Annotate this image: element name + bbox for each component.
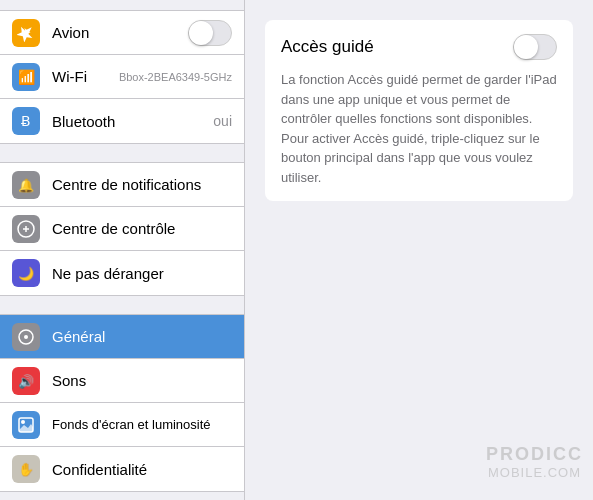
- avion-toggle-knob: [189, 21, 213, 45]
- svg-point-12: [21, 420, 25, 424]
- svg-point-9: [24, 335, 28, 339]
- wifi-label: Wi-Fi: [52, 68, 115, 85]
- sidebar-group-1: ✈ Avion 📶 Wi-Fi Bbox-2BEA6349-5GHz Ƀ: [0, 10, 244, 144]
- sons-label: Sons: [52, 372, 232, 389]
- sidebar-item-bluetooth[interactable]: Ƀ Bluetooth oui: [0, 99, 244, 143]
- dnd-label: Ne pas déranger: [52, 265, 232, 282]
- svg-text:🔔: 🔔: [18, 177, 35, 194]
- airplane-icon: ✈: [12, 19, 40, 47]
- avion-label: Avion: [52, 24, 188, 41]
- sidebar-item-dnd[interactable]: 🌙 Ne pas déranger: [0, 251, 244, 295]
- privacy-label: Confidentialité: [52, 461, 232, 478]
- sidebar-item-wifi[interactable]: 📶 Wi-Fi Bbox-2BEA6349-5GHz: [0, 55, 244, 99]
- guided-access-toggle-knob: [514, 35, 538, 59]
- wifi-icon: 📶: [12, 63, 40, 91]
- content-title: Accès guidé: [281, 37, 374, 57]
- sidebar-group-2: 🔔 Centre de notifications Centre de cont…: [0, 162, 244, 296]
- sidebar: ✈ Avion 📶 Wi-Fi Bbox-2BEA6349-5GHz Ƀ: [0, 0, 245, 500]
- wallpaper-icon: [12, 411, 40, 439]
- wallpaper-label: Fonds d'écran et luminosité: [52, 417, 232, 432]
- sidebar-item-wallpaper[interactable]: Fonds d'écran et luminosité: [0, 403, 244, 447]
- svg-text:✋: ✋: [18, 461, 35, 478]
- bluetooth-icon: Ƀ: [12, 107, 40, 135]
- sidebar-group-3: Général 🔊 Sons Fonds d'écran et luminosi…: [0, 314, 244, 492]
- svg-text:✈: ✈: [21, 26, 31, 40]
- control-label: Centre de contrôle: [52, 220, 232, 237]
- general-icon: [12, 323, 40, 351]
- svg-text:🔊: 🔊: [18, 373, 35, 390]
- main-content: Accès guidé La fonction Accès guidé perm…: [245, 0, 593, 500]
- sidebar-item-control[interactable]: Centre de contrôle: [0, 207, 244, 251]
- avion-toggle[interactable]: [188, 20, 232, 46]
- general-label: Général: [52, 328, 232, 345]
- sidebar-item-general[interactable]: Général: [0, 315, 244, 359]
- guided-access-toggle[interactable]: [513, 34, 557, 60]
- watermark-line2: MOBILE.COM: [486, 465, 583, 480]
- svg-text:Ƀ: Ƀ: [21, 113, 31, 129]
- content-card: Accès guidé La fonction Accès guidé perm…: [265, 20, 573, 201]
- control-icon: [12, 215, 40, 243]
- svg-text:📶: 📶: [18, 69, 36, 86]
- bluetooth-value: oui: [213, 113, 232, 129]
- sidebar-item-sons[interactable]: 🔊 Sons: [0, 359, 244, 403]
- wifi-value: Bbox-2BEA6349-5GHz: [119, 71, 232, 83]
- notifications-icon: 🔔: [12, 171, 40, 199]
- bluetooth-label: Bluetooth: [52, 113, 213, 130]
- dnd-icon: 🌙: [12, 259, 40, 287]
- content-header: Accès guidé: [281, 34, 557, 60]
- sidebar-item-privacy[interactable]: ✋ Confidentialité: [0, 447, 244, 491]
- sidebar-item-notifications[interactable]: 🔔 Centre de notifications: [0, 163, 244, 207]
- sidebar-item-avion[interactable]: ✈ Avion: [0, 11, 244, 55]
- privacy-icon: ✋: [12, 455, 40, 483]
- watermark-line1: PRODICC: [486, 444, 583, 465]
- content-description: La fonction Accès guidé permet de garder…: [281, 70, 557, 187]
- sounds-icon: 🔊: [12, 367, 40, 395]
- notifications-label: Centre de notifications: [52, 176, 232, 193]
- watermark: PRODICC MOBILE.COM: [486, 444, 583, 480]
- svg-text:🌙: 🌙: [18, 265, 35, 282]
